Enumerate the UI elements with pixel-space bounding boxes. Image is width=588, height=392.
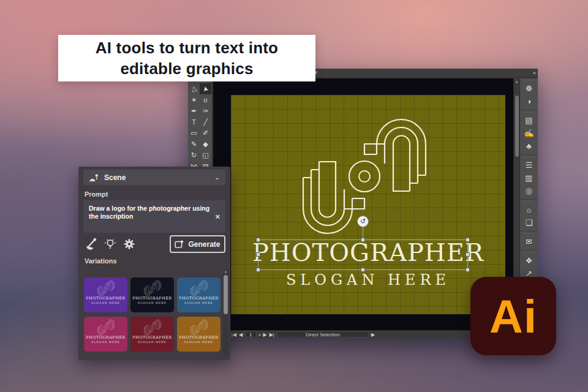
variation-subtitle: SLOGAN HERE	[91, 341, 120, 344]
rotate-handle[interactable]: ↺	[357, 216, 369, 227]
symbols-icon[interactable]: ♣	[520, 140, 538, 153]
generate-button[interactable]: Generate	[170, 235, 225, 253]
artboards-icon[interactable]: ▤	[520, 114, 538, 127]
variation-title: PHOTOGRAPHER	[86, 336, 125, 341]
status-arrow-icon[interactable]: ▶	[371, 332, 375, 337]
variation-thumbnail[interactable]: PHOTOGRAPHER SLOGAN HERE	[177, 317, 221, 352]
layers-icon[interactable]: ❖	[520, 254, 538, 267]
comment-icon[interactable]: ✉	[520, 235, 538, 248]
prev-artboard-icon[interactable]: ◀	[239, 332, 243, 337]
variation-subtitle: SLOGAN HERE	[91, 301, 120, 304]
variation-thumbnail[interactable]: PHOTOGRAPHER SLOGAN HERE	[84, 317, 127, 352]
selection-handle[interactable]	[466, 252, 470, 257]
curvature-tool[interactable]: ✑	[200, 105, 211, 116]
variation-title: PHOTOGRAPHER	[179, 296, 218, 301]
chevron-down-icon[interactable]: ⌄	[214, 173, 220, 181]
rotate-tool[interactable]: ↻	[188, 149, 200, 160]
lasso-tool[interactable]: ʊ	[200, 94, 211, 105]
direct-selection-tool[interactable]: ▷	[188, 83, 200, 94]
gradient-icon[interactable]: ◑	[520, 95, 538, 108]
paintbrush-tool[interactable]: ✐	[200, 127, 211, 138]
selection-handle[interactable]	[256, 252, 260, 257]
variations-scroll-thumb[interactable]	[224, 275, 228, 314]
scale-tool[interactable]: ◱	[200, 149, 211, 160]
scene-panel-title: Scene	[104, 173, 126, 182]
scroll-up-icon[interactable]: ∧	[514, 80, 519, 85]
scene-panel: Scene ⌄ Prompt Draw a logo for the photo…	[78, 167, 230, 360]
variations-grid: PHOTOGRAPHER SLOGAN HERE PHOTOGRAPHER SL…	[84, 277, 221, 352]
gradient-panel-icon[interactable]: ▥	[520, 172, 538, 184]
variation-title: PHOTOGRAPHER	[86, 296, 125, 301]
vertical-scroll-thumb[interactable]	[515, 96, 519, 157]
pen-tool[interactable]: ✒	[188, 105, 200, 116]
scroll-up-icon[interactable]: ∧	[223, 270, 228, 274]
type-tool[interactable]: T	[188, 116, 200, 127]
variation-thumbnail[interactable]: PHOTOGRAPHER SLOGAN HERE	[177, 277, 221, 312]
variation-thumbnail[interactable]: PHOTOGRAPHER SLOGAN HERE	[130, 317, 174, 352]
variations-scrollbar[interactable]: ∧	[223, 270, 228, 355]
clear-prompt-icon[interactable]: ×	[215, 212, 220, 222]
idea-icon[interactable]	[104, 238, 116, 251]
illustrator-logo-text: Ai	[489, 290, 537, 343]
settings-gear-icon[interactable]	[123, 238, 135, 251]
variation-subtitle: SLOGAN HERE	[184, 341, 213, 344]
eraser-tool[interactable]: ◆	[200, 138, 211, 149]
variation-title: PHOTOGRAPHER	[132, 336, 172, 341]
magic-wand-tool[interactable]: ✶	[188, 94, 200, 105]
line-segment-tool[interactable]: ╱	[200, 116, 211, 127]
logo-subtitle-text[interactable]: SLOGAN HERE	[231, 271, 505, 288]
variation-title: PHOTOGRAPHER	[179, 336, 218, 341]
variation-thumbnail[interactable]: PHOTOGRAPHER SLOGAN HERE	[84, 277, 127, 312]
rectangle-tool[interactable]: ▭	[188, 127, 200, 138]
scene-icon	[89, 173, 99, 182]
variation-subtitle: SLOGAN HERE	[184, 301, 213, 304]
caption-text: AI tools to turn text into editable grap…	[58, 37, 315, 80]
variations-label: Variations	[85, 257, 117, 265]
selection-handle[interactable]	[466, 268, 470, 272]
prompt-input[interactable]: Draw a logo for the photographer using t…	[83, 200, 225, 233]
generate-icon	[175, 239, 184, 249]
next-artboard-icon[interactable]: ▶	[263, 332, 267, 337]
shaper-tool[interactable]: ✎	[188, 138, 200, 149]
variation-thumbnail[interactable]: PHOTOGRAPHER SLOGAN HERE	[130, 277, 174, 312]
desktop-wallpaper: × ▷ ➤ ✶ ʊ ✒ ✑ T ╱ ▭ ✐ ✎ ◆ ↻ ◱ ⋈ ▧ ◍ ⊿	[0, 0, 588, 392]
canvas-area[interactable]: PHOTOGRAPHER SLOGAN HERE ↺	[213, 78, 513, 330]
selection-handle[interactable]	[256, 238, 260, 242]
prompt-value: Draw a logo for the photographer using t…	[89, 205, 209, 220]
transparency-icon[interactable]: ◎	[520, 184, 538, 197]
selection-handle[interactable]	[256, 268, 260, 272]
variation-title: PHOTOGRAPHER	[132, 296, 172, 301]
generate-label: Generate	[188, 240, 220, 249]
artboard-dropdown-icon[interactable]: ▾	[259, 333, 261, 337]
variation-subtitle: SLOGAN HERE	[138, 341, 167, 344]
artboard[interactable]: PHOTOGRAPHER SLOGAN HERE ↺	[231, 95, 505, 314]
graphic-styles-icon[interactable]: ❏	[520, 216, 538, 229]
color-icon[interactable]: ☸	[520, 82, 538, 95]
selection-handle[interactable]	[466, 238, 470, 242]
last-artboard-icon[interactable]: ▶|	[270, 332, 274, 337]
scene-panel-header[interactable]: Scene ⌄	[83, 170, 225, 185]
selection-tool[interactable]: ➤	[200, 83, 211, 94]
first-artboard-icon[interactable]: |◀	[232, 332, 236, 337]
caption-banner: AI tools to turn text into editable grap…	[58, 35, 315, 81]
status-tool-display: Direct Selection	[277, 331, 369, 337]
appearance-icon[interactable]: ☼	[520, 203, 538, 216]
color-picker-icon[interactable]	[85, 238, 97, 251]
stroke-icon[interactable]: ☰	[520, 159, 538, 172]
variation-subtitle: SLOGAN HERE	[138, 301, 167, 304]
selection-bounding-box[interactable]	[258, 239, 468, 270]
collapse-panels-icon[interactable]: «	[533, 70, 536, 76]
illustrator-app-badge: Ai	[470, 277, 556, 355]
prompt-label: Prompt	[85, 190, 108, 198]
artboard-number-field[interactable]: 1	[245, 331, 256, 337]
selection-handle[interactable]	[361, 238, 365, 242]
brushes-icon[interactable]: ✍	[520, 127, 538, 140]
selection-handle[interactable]	[361, 268, 365, 272]
